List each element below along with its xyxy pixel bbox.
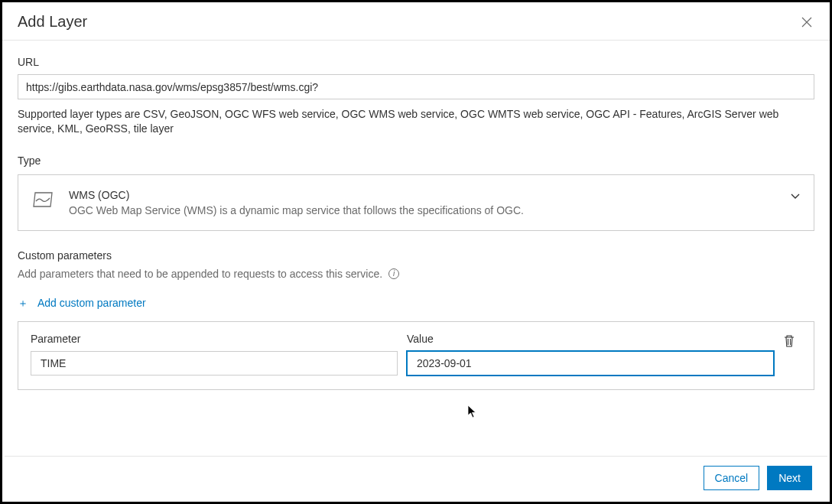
type-selected-name: WMS (OGC) [69, 189, 524, 201]
add-custom-parameter-label: Add custom parameter [37, 297, 146, 309]
dialog-footer: Cancel Next [5, 456, 827, 499]
delete-parameter-button[interactable] [783, 334, 801, 351]
close-button[interactable] [799, 15, 814, 30]
value-column-label: Value [407, 333, 774, 345]
plus-icon: ＋ [18, 298, 28, 308]
dialog-title: Add Layer [18, 13, 87, 31]
next-button[interactable]: Next [767, 466, 812, 490]
custom-parameters-help-text: Add parameters that need to be appended … [18, 268, 382, 280]
trash-icon [783, 334, 795, 348]
type-label: Type [18, 154, 814, 167]
add-custom-parameter-button[interactable]: ＋ Add custom parameter [18, 297, 814, 309]
parameter-value-input[interactable] [407, 351, 774, 376]
custom-parameters-label: Custom parameters [18, 249, 814, 262]
cancel-button[interactable]: Cancel [704, 466, 760, 490]
parameter-name-input[interactable] [31, 351, 398, 376]
type-selector[interactable]: WMS (OGC) OGC Web Map Service (WMS) is a… [18, 174, 814, 231]
url-input[interactable] [18, 74, 814, 99]
parameter-column-label: Parameter [31, 333, 398, 345]
url-label: URL [18, 56, 814, 68]
wms-layer-icon [32, 190, 55, 212]
chevron-down-icon [791, 189, 800, 203]
supported-layer-types-text: Supported layer types are CSV, GeoJSON, … [18, 107, 814, 136]
mouse-cursor-icon [467, 405, 478, 418]
type-selected-description: OGC Web Map Service (WMS) is a dynamic m… [69, 204, 524, 216]
custom-parameter-row: Parameter Value [18, 321, 814, 390]
close-icon [801, 16, 813, 28]
info-icon[interactable]: i [388, 268, 399, 279]
